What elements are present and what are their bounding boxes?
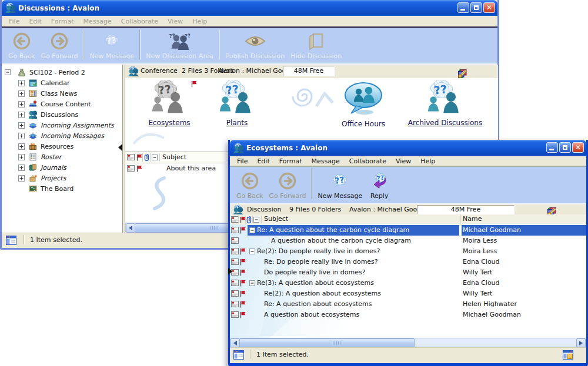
collapse-icon[interactable]: [5, 69, 11, 75]
collapse-thread-icon[interactable]: [249, 280, 255, 286]
menu-format[interactable]: Format: [275, 157, 307, 165]
menu-file[interactable]: File: [4, 18, 24, 25]
menu-collaborate[interactable]: Collaborate: [116, 18, 163, 25]
menu-message[interactable]: Message: [79, 18, 116, 25]
reply-icon: ??: [368, 171, 390, 191]
close-button[interactable]: ✕: [572, 142, 584, 153]
scroll-left-arrow[interactable]: [230, 338, 240, 348]
message-row[interactable]: A question about ecosystemsMichael Goodm…: [230, 310, 586, 320]
status-text: 1 Item selected.: [256, 351, 309, 358]
scrollbar-thumb[interactable]: [239, 338, 415, 348]
expand-icon[interactable]: [18, 80, 25, 86]
toolbar-button-go-back[interactable]: Go Back: [233, 170, 266, 201]
expand-icon[interactable]: [18, 175, 25, 182]
window-title: Ecosystems : Avalon: [246, 144, 328, 152]
tree-item-root[interactable]: SCI102 - Period 2: [2, 67, 122, 78]
name-column-header[interactable]: Name: [463, 215, 482, 223]
tree-item-class-news[interactable]: Class News: [2, 88, 122, 99]
toolbar-button-reply[interactable]: ??Reply: [365, 170, 393, 201]
message-row[interactable]: Re(3): A question about ecosystemsEdna C…: [230, 278, 586, 288]
subject-column-header[interactable]: Subject: [162, 153, 186, 161]
close-button[interactable]: ✕: [483, 2, 495, 13]
subject-column-header[interactable]: Subject: [264, 215, 288, 223]
message-row[interactable]: Re: A question about the carbon cycle di…: [230, 225, 586, 236]
horizontal-scrollbar[interactable]: [230, 338, 586, 347]
toolbar-button-go-forward[interactable]: Go Forward: [266, 170, 309, 201]
collapse-all-icon[interactable]: [253, 217, 259, 223]
expand-icon[interactable]: [18, 90, 25, 97]
message-row[interactable]: Do people really live in domes?Willy Ter…: [230, 267, 586, 278]
titlebar-ecosystems[interactable]: ?? Ecosystems : Avalon ✕: [230, 140, 586, 156]
new-message-icon: ??: [329, 171, 350, 191]
tree-item-the-board[interactable]: The Board: [2, 183, 122, 194]
collapse-all-icon[interactable]: [152, 155, 158, 160]
resources-icon: [29, 142, 37, 150]
tree-item-label: Incoming Messages: [41, 132, 104, 140]
toolbar-button-label: Go Forward: [269, 192, 306, 200]
message-row[interactable]: Re: Do people really live in domes?Edna …: [230, 257, 586, 267]
collapse-thread-icon[interactable]: [249, 227, 255, 233]
pane-layout-icon[interactable]: [233, 350, 244, 360]
tree-item-roster[interactable]: Roster: [2, 152, 122, 162]
maximize-button[interactable]: [559, 142, 571, 153]
menu-file[interactable]: File: [232, 157, 252, 165]
scrollbar-thumb[interactable]: [135, 223, 233, 233]
expand-icon[interactable]: [18, 122, 25, 129]
toolbar-button-hide-discussion[interactable]: Hide Discussion: [288, 30, 345, 61]
tree-item-calendar[interactable]: Calendar: [2, 78, 122, 88]
menu-collaborate[interactable]: Collaborate: [345, 157, 391, 165]
expand-icon[interactable]: [18, 133, 25, 139]
toolbar-button-publish-discussion[interactable]: Publish Discussion: [222, 30, 288, 61]
conference-item-ecosystems[interactable]: ??Ecosystems: [137, 80, 202, 127]
scroll-right-arrow[interactable]: [576, 338, 586, 348]
board-icon: [29, 184, 37, 193]
tree-item-incoming-assignments[interactable]: Incoming Assignments: [2, 120, 122, 130]
scroll-left-arrow[interactable]: [126, 223, 135, 233]
menu-view[interactable]: View: [163, 18, 188, 25]
pane-splitter-arrow[interactable]: [228, 268, 232, 275]
menu-message[interactable]: Message: [307, 157, 345, 165]
expand-icon[interactable]: [18, 164, 25, 171]
titlebar-discussions[interactable]: ?? Discussions : Avalon ✕: [2, 0, 497, 16]
unread-flag-icon: [191, 80, 197, 89]
expand-icon[interactable]: [18, 112, 25, 118]
tree-item-journals[interactable]: Journals: [2, 162, 122, 173]
menu-edit[interactable]: Edit: [24, 18, 46, 25]
menu-edit[interactable]: Edit: [252, 157, 274, 165]
menu-help[interactable]: Help: [416, 157, 440, 165]
toolbar-button-new-message[interactable]: ??New Message: [86, 30, 137, 61]
conference-item-archived-discussions[interactable]: ??Archived Discussions: [398, 80, 492, 127]
tree-item-course-content[interactable]: Course Content: [2, 99, 122, 109]
message-row[interactable]: Re(2): Do people really live in domes?Mo…: [230, 246, 586, 257]
conference-item-plants[interactable]: ??Plants: [209, 80, 265, 127]
tree-item-resources[interactable]: Resources: [2, 141, 122, 152]
message-author: Moira Less: [463, 247, 497, 255]
sidebar-collapse-arrow[interactable]: [118, 144, 122, 151]
discussion-area-icon: ??: [218, 80, 256, 117]
toolbar-button-new-discussion-area[interactable]: ????New Discussion Area: [143, 30, 216, 61]
minimize-button[interactable]: [457, 2, 469, 13]
envelope-icon: [231, 301, 239, 307]
menu-view[interactable]: View: [391, 157, 416, 165]
maximize-button[interactable]: [470, 2, 482, 13]
message-row[interactable]: Re: A question about ecosystemsHelen Hig…: [230, 299, 586, 310]
tree-item-projects[interactable]: Projects: [2, 173, 122, 183]
pane-layout-icon[interactable]: [6, 236, 16, 245]
minimize-button[interactable]: [546, 142, 558, 153]
menu-format[interactable]: Format: [46, 18, 79, 25]
tree-item-incoming-messages[interactable]: Incoming Messages: [2, 130, 122, 141]
message-row[interactable]: A question about the carbon cycle diagra…: [230, 236, 586, 246]
conference-item-office-hours[interactable]: Office Hours: [325, 80, 402, 128]
message-row[interactable]: Re(2): A question about ecosystemsWilly …: [230, 288, 586, 299]
expand-icon[interactable]: [18, 143, 25, 150]
collapse-thread-icon[interactable]: [249, 249, 255, 254]
toolbar-button-go-forward[interactable]: Go Forward: [38, 30, 81, 61]
toolbar-button-new-message[interactable]: ??New Message: [315, 170, 365, 201]
tree-item-label: Resources: [41, 143, 74, 150]
toolbar-button-go-back[interactable]: Go Back: [5, 30, 38, 61]
menu-help[interactable]: Help: [188, 18, 212, 25]
expand-icon[interactable]: [18, 154, 25, 160]
expand-icon[interactable]: [18, 101, 25, 108]
tree-item-discussions[interactable]: Discussions: [2, 109, 122, 120]
view-options-icon[interactable]: [563, 350, 573, 360]
